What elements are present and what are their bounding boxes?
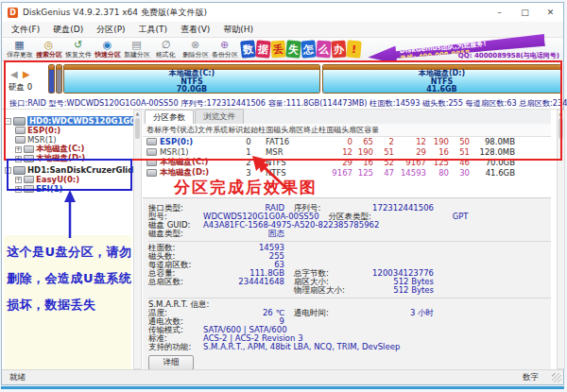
toolbar-button[interactable]: ◉ 快速分区: [93, 38, 122, 60]
cell-index: 3: [232, 168, 266, 178]
table-header: 卷标序号(状态)文件系统标识起始柱面磁头扇区终止柱面磁头扇区容量: [143, 124, 551, 137]
tree-item-efi[interactable]: + EFI(1): [15, 184, 133, 194]
disk-overview-panel: ◀ ▶ 硬盘 0 本地磁盘(C:) NTFS 70.0GB 本地磁盘(D:) N…: [2, 61, 563, 96]
detail-value: GPT: [391, 213, 469, 221]
cell-end-sector: 51: [449, 147, 470, 157]
tree-item-label: ESP(0:): [27, 126, 60, 135]
table-row[interactable]: MSR(1) 1 MSR 12 190 51 29 16 51 128.0MB: [143, 146, 551, 157]
cell-start-sector: 52: [373, 158, 394, 167]
detail-row: 磁盘 GUID: A43A81FC-1568-4975-A520-8223857…: [148, 221, 551, 230]
column-header[interactable]: 标识: [228, 125, 243, 135]
disk-icon: [13, 117, 26, 126]
cell-end-head: 80: [426, 168, 449, 178]
expand-icon[interactable]: +: [15, 146, 22, 153]
ad-tile: 丢: [270, 40, 285, 58]
close-button[interactable]: ✕: [538, 3, 563, 22]
scroll-thumb[interactable]: [135, 118, 140, 139]
cell-capacity: 128.0MB: [470, 147, 515, 157]
partition-bar-msr[interactable]: [56, 64, 62, 94]
expand-icon[interactable]: +: [15, 186, 22, 193]
table-row[interactable]: 本地磁盘(D:) 3 NTFS 9167 125 47 14593 80 30 …: [143, 167, 551, 178]
tree-item-easyu[interactable]: + EasyU(0:): [15, 175, 133, 184]
scroll-up-icon[interactable]: ▲: [558, 111, 564, 117]
scroll-thumb[interactable]: [558, 118, 563, 139]
collapse-icon[interactable]: -: [5, 167, 11, 174]
partition-bar-esp[interactable]: [48, 64, 55, 94]
toolbar-button[interactable]: ∅ 格式化: [151, 38, 180, 60]
column-header[interactable]: 容量: [364, 125, 379, 135]
cell-start-sector: 51: [373, 147, 394, 157]
column-header[interactable]: 卷标: [146, 125, 162, 135]
column-header[interactable]: 扇区: [288, 125, 303, 135]
right-scrollbar[interactable]: ▲: [557, 110, 565, 369]
disk-details-panel: 接口类型: RAID 序列号: 172312441506 型号: WDCWDS1…: [143, 197, 551, 369]
cell-filesystem: NTFS: [266, 158, 305, 167]
menu-item[interactable]: 硬盘(D): [46, 22, 90, 38]
tree-scrollbar[interactable]: ▲: [133, 110, 142, 369]
column-header[interactable]: 文件系统: [198, 125, 228, 135]
toolbar-button[interactable]: ⊗ 删除分区: [180, 38, 210, 60]
ad-tile: 数: [240, 40, 256, 58]
partition-icon: [24, 185, 34, 193]
table-row[interactable]: 本地磁盘(C:) 2 NTFS 29 16 52 9167 125 46 70.…: [143, 157, 551, 167]
next-disk-icon[interactable]: ▶: [23, 69, 31, 79]
toolbar-icon: ↺: [74, 40, 82, 51]
tab-bar: 分区参数 浏览文件: [143, 110, 551, 125]
toolbar-button[interactable]: ▦ 保存更改: [5, 38, 34, 60]
expand-icon[interactable]: +: [15, 177, 22, 183]
detail-value: 234441648: [203, 278, 284, 286]
column-header[interactable]: 起始柱面: [243, 125, 273, 135]
tab-partition-params[interactable]: 分区参数: [145, 110, 194, 125]
menu-item[interactable]: 文件(F): [5, 22, 46, 38]
menu-item[interactable]: 工具(T): [132, 22, 175, 38]
cell-start-cyl: 9167: [324, 168, 352, 178]
partition-bar-d[interactable]: 本地磁盘(D:) NTFS 41.6GB: [322, 64, 561, 94]
column-header[interactable]: 扇区: [349, 125, 364, 135]
resize-grip-icon[interactable]: [552, 373, 561, 383]
tab-browse-files[interactable]: 浏览文件: [195, 109, 244, 124]
cell-end-cyl: 12: [394, 137, 426, 146]
disk-label: 硬盘 0: [9, 82, 32, 94]
menu-item[interactable]: 查看(V): [174, 22, 216, 38]
toolbar-button[interactable]: ◎ 搜索分区: [34, 38, 63, 60]
table-row[interactable]: ESP(0:) 0 FAT16 0 65 2 12 190 50 98.0MB: [143, 136, 551, 146]
cell-volume-label: 本地磁盘(D:): [146, 167, 232, 179]
disk-tree-panel: - HD0:WDCWDS120G1G0A-00SS50(112GB) ESP(0…: [2, 110, 134, 369]
prev-disk-icon[interactable]: ◀: [10, 69, 19, 79]
toolbar-icon: ◎: [44, 40, 54, 51]
minimize-button[interactable]: –: [487, 3, 512, 22]
menu-item[interactable]: 帮助(H): [216, 22, 260, 38]
tree-item-d[interactable]: + 本地磁盘(D:): [15, 154, 133, 163]
collapse-icon[interactable]: -: [5, 118, 11, 125]
maximize-button[interactable]: □: [512, 3, 538, 22]
partition-bar-c[interactable]: 本地磁盘(C:) NTFS 70.0GB: [63, 64, 320, 94]
toolbar-button[interactable]: ⊕ 备份分区: [210, 38, 239, 60]
cell-capacity: 41.6GB: [470, 168, 515, 178]
tree-item-esp[interactable]: ESP(0:): [15, 126, 133, 135]
column-header[interactable]: 磁头: [273, 125, 288, 135]
tree-item-hd1[interactable]: - HD1:SanDiskCruzerGlide3.0(15GB): [5, 165, 133, 175]
ad-tile: 么: [316, 40, 331, 58]
detail-value: A43A81FC-1568-4975-A520-822385785962: [203, 221, 379, 230]
column-header[interactable]: 终止柱面: [303, 125, 334, 135]
scroll-up-icon[interactable]: ▲: [134, 111, 141, 117]
column-header[interactable]: 序号(状态): [162, 125, 198, 135]
column-header[interactable]: 磁头: [334, 125, 349, 135]
tree-item-label: 本地磁盘(D:): [36, 153, 85, 164]
cell-filesystem: MSR: [266, 147, 305, 157]
toolbar-icon: ⊗: [191, 40, 199, 51]
cell-start-head: 65: [352, 137, 373, 146]
tree-item-hd0[interactable]: - HD0:WDCWDS120G1G0A-00SS50(112GB): [5, 116, 133, 126]
expand-icon[interactable]: +: [15, 156, 22, 162]
ad-tile: 办: [331, 40, 346, 58]
tree-item-label: HD1:SanDiskCruzerGlide3.0(15GB): [27, 165, 134, 175]
toolbar-button[interactable]: ↺ 恢复文件: [63, 38, 93, 60]
smart-row: 温度: 26 ℃ 通电时间: 3 小时: [148, 309, 551, 317]
note-background: [4, 235, 131, 369]
toolbar-button[interactable]: ▤ 新建分区: [122, 38, 151, 60]
ad-tile: !: [346, 40, 362, 58]
menu-item[interactable]: 分区(P): [90, 22, 131, 38]
cell-end-head: 16: [426, 147, 449, 157]
partition-icon: [15, 127, 26, 134]
details-button[interactable]: 详细: [148, 355, 194, 369]
